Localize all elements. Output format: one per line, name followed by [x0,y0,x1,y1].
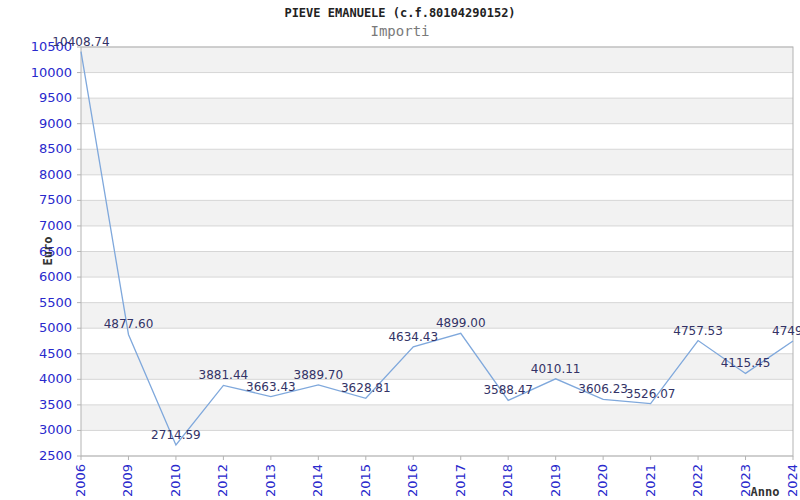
data-point-label: 10408.74 [52,35,109,49]
data-point-label: 4757.53 [673,324,723,338]
y-tick-label: 4500 [39,346,72,361]
y-tick-label: 6000 [39,269,72,284]
x-tick-label: 2015 [358,464,373,497]
data-point-label: 4877.60 [104,317,154,331]
y-tick-label: 3500 [39,397,72,412]
y-tick-label: 7000 [39,218,72,233]
x-axis-title: Anno [751,485,780,499]
data-point-label: 4115.45 [721,356,771,370]
line-chart: 2500300035004000450050005500600065007000… [0,0,800,500]
y-tick-label: 10000 [31,65,72,80]
x-tick-label: 2010 [168,464,183,497]
y-tick-label: 3000 [39,422,72,437]
plot-band [81,47,793,73]
x-tick-label: 2014 [310,464,325,497]
data-point-label: 3588.47 [483,383,533,397]
x-tick-label: 2020 [595,464,610,497]
data-point-label: 3889.70 [294,368,344,382]
plot-band [81,149,793,175]
data-point-label: 4899.00 [436,316,486,330]
x-tick-label: 2024 [785,464,800,497]
data-point-label: 2714.59 [151,428,201,442]
x-tick-label: 2019 [548,464,563,497]
x-tick-label: 2017 [453,464,468,497]
data-point-label: 4634.43 [388,330,438,344]
plot-band [81,200,793,226]
data-point-label: 3606.23 [578,382,628,396]
data-point-label: 4749.7 [772,324,800,338]
x-tick-label: 2018 [500,464,515,497]
y-tick-label: 5000 [39,320,72,335]
y-axis-title: Euro [41,237,55,266]
data-point-label: 3881.44 [199,368,249,382]
plot-band [81,405,793,431]
y-tick-label: 7500 [39,192,72,207]
y-tick-label: 8000 [39,167,72,182]
plot-band [81,354,793,380]
x-tick-label: 2009 [120,464,135,497]
data-point-label: 3663.43 [246,380,296,394]
x-tick-label: 2012 [215,464,230,497]
plot-band [81,252,793,278]
x-tick-label: 2013 [263,464,278,497]
plot-band [81,98,793,124]
y-tick-label: 4000 [39,371,72,386]
data-point-label: 4010.11 [531,362,581,376]
x-tick-label: 2021 [643,464,658,497]
x-tick-label: 2016 [405,464,420,497]
y-tick-label: 2500 [39,448,72,463]
x-tick-label: 2022 [690,464,705,497]
y-tick-label: 8500 [39,141,72,156]
data-point-label: 3628.81 [341,381,391,395]
x-tick-label: 2006 [73,464,88,497]
y-tick-label: 5500 [39,295,72,310]
data-point-label: 3526.07 [626,387,676,401]
y-tick-label: 9500 [39,90,72,105]
y-tick-label: 9000 [39,116,72,131]
